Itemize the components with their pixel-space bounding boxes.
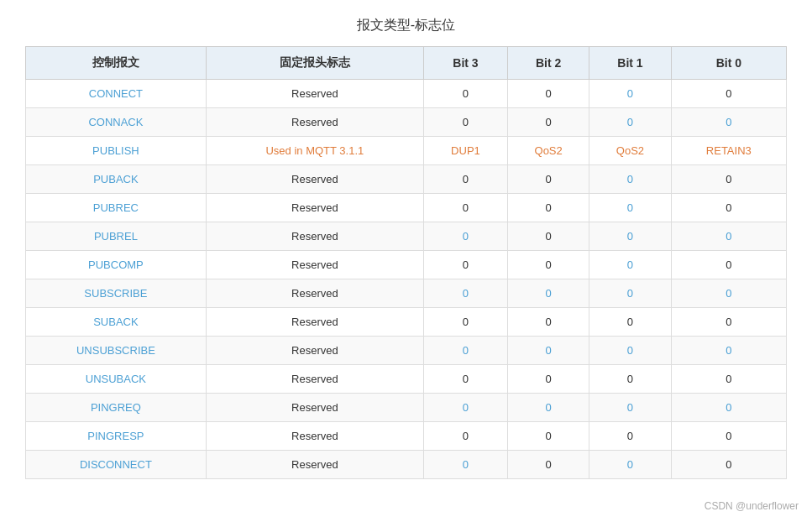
table-cell: Reserved	[206, 251, 423, 279]
table-cell: 0	[589, 365, 671, 394]
table-cell: 0	[508, 308, 589, 337]
table-cell: QoS2	[508, 137, 589, 165]
table-cell: 0	[508, 251, 589, 279]
table-row: PINGREQReserved0000	[26, 394, 787, 422]
table-row: PUBLISHUsed in MQTT 3.1.1DUP1QoS2QoS2RET…	[26, 137, 787, 165]
table-cell: 0	[423, 279, 507, 308]
watermark: CSDN @underflower	[705, 500, 799, 512]
table-cell: PUBCOMP	[26, 251, 207, 279]
table-cell: Reserved	[206, 337, 423, 365]
table-cell: DISCONNECT	[26, 451, 207, 479]
table-cell: 0	[423, 251, 507, 279]
table-cell: 0	[508, 451, 589, 479]
table-row: CONNECTReserved0000	[26, 80, 787, 108]
table-cell: 0	[508, 422, 589, 451]
table-cell: 0	[508, 108, 589, 137]
table-cell: 0	[589, 251, 671, 279]
table-row: SUBACKReserved0000	[26, 308, 787, 337]
table-cell: SUBSCRIBE	[26, 279, 207, 308]
table-body: CONNECTReserved0000CONNACKReserved0000PU…	[26, 80, 787, 479]
table-cell: 0	[589, 394, 671, 422]
column-header: 固定报头标志	[206, 47, 423, 80]
table-cell: 0	[423, 422, 507, 451]
table-cell: Reserved	[206, 108, 423, 137]
table-cell: PUBACK	[26, 165, 207, 194]
table-cell: 0	[671, 194, 786, 222]
table-cell: 0	[671, 394, 786, 422]
table-cell: 0	[508, 165, 589, 194]
table-cell: 0	[589, 451, 671, 479]
table-cell: 0	[508, 279, 589, 308]
table-header-row: 控制报文固定报头标志Bit 3Bit 2Bit 1Bit 0	[26, 47, 787, 80]
main-table: 控制报文固定报头标志Bit 3Bit 2Bit 1Bit 0 CONNECTRe…	[25, 46, 787, 479]
table-row: UNSUBSCRIBEReserved0000	[26, 337, 787, 365]
table-cell: Reserved	[206, 394, 423, 422]
table-cell: 0	[508, 80, 589, 108]
table-cell: 0	[423, 165, 507, 194]
column-header: Bit 0	[671, 47, 786, 80]
table-cell: 0	[423, 394, 507, 422]
table-cell: QoS2	[589, 137, 671, 165]
table-cell: Reserved	[206, 194, 423, 222]
column-header: 控制报文	[26, 47, 207, 80]
table-cell: 0	[423, 80, 507, 108]
table-cell: 0	[423, 222, 507, 251]
table-cell: PINGRESP	[26, 422, 207, 451]
table-row: SUBSCRIBEReserved0000	[26, 279, 787, 308]
table-row: CONNACKReserved0000	[26, 108, 787, 137]
table-row: PUBRECReserved0000	[26, 194, 787, 222]
table-cell: 0	[508, 194, 589, 222]
table-cell: 0	[671, 308, 786, 337]
table-cell: 0	[671, 80, 786, 108]
table-row: PUBRELReserved0000	[26, 222, 787, 251]
table-cell: 0	[589, 80, 671, 108]
table-cell: 0	[671, 251, 786, 279]
table-cell: 0	[423, 194, 507, 222]
table-row: PUBACKReserved0000	[26, 165, 787, 194]
table-cell: 0	[671, 108, 786, 137]
table-cell: 0	[589, 165, 671, 194]
table-cell: 0	[508, 394, 589, 422]
table-cell: 0	[508, 365, 589, 394]
page-wrapper: 报文类型-标志位 控制报文固定报头标志Bit 3Bit 2Bit 1Bit 0 …	[0, 0, 812, 513]
table-cell: Reserved	[206, 422, 423, 451]
table-cell: 0	[589, 308, 671, 337]
table-cell: 0	[508, 337, 589, 365]
table-cell: PUBREL	[26, 222, 207, 251]
table-cell: PUBREC	[26, 194, 207, 222]
table-cell: CONNECT	[26, 80, 207, 108]
table-cell: 0	[671, 422, 786, 451]
table-cell: 0	[589, 194, 671, 222]
table-row: PINGRESPReserved0000	[26, 422, 787, 451]
table-cell: 0	[671, 222, 786, 251]
table-row: UNSUBACKReserved0000	[26, 365, 787, 394]
table-cell: Reserved	[206, 308, 423, 337]
table-cell: 0	[508, 222, 589, 251]
table-row: PUBCOMPReserved0000	[26, 251, 787, 279]
table-cell: CONNACK	[26, 108, 207, 137]
table-cell: Reserved	[206, 222, 423, 251]
table-cell: 0	[423, 308, 507, 337]
table-cell: PINGREQ	[26, 394, 207, 422]
table-cell: 0	[423, 337, 507, 365]
table-cell: PUBLISH	[26, 137, 207, 165]
table-cell: 0	[589, 337, 671, 365]
table-cell: 0	[589, 108, 671, 137]
table-cell: 0	[671, 337, 786, 365]
table-cell: 0	[589, 222, 671, 251]
table-cell: Reserved	[206, 365, 423, 394]
table-cell: UNSUBACK	[26, 365, 207, 394]
table-cell: SUBACK	[26, 308, 207, 337]
table-cell: 0	[423, 108, 507, 137]
table-cell: 0	[589, 279, 671, 308]
table-cell: Reserved	[206, 279, 423, 308]
table-cell: RETAIN3	[671, 137, 786, 165]
table-cell: UNSUBSCRIBE	[26, 337, 207, 365]
column-header: Bit 1	[589, 47, 671, 80]
table-title: 报文类型-标志位	[25, 17, 787, 34]
table-cell: DUP1	[423, 137, 507, 165]
table-cell: Reserved	[206, 451, 423, 479]
table-cell: Reserved	[206, 80, 423, 108]
table-cell: 0	[423, 451, 507, 479]
table-cell: Used in MQTT 3.1.1	[206, 137, 423, 165]
